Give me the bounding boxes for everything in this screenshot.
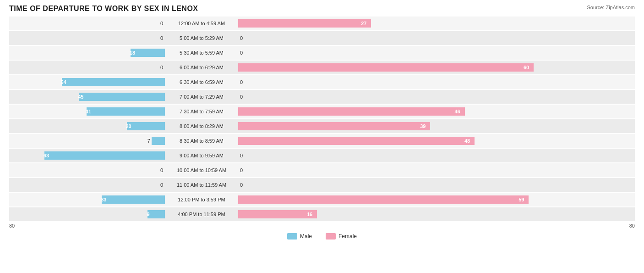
time-label: 8:30 AM to 8:59 AM — [165, 138, 238, 144]
female-bar-wrap: 46 — [238, 105, 635, 118]
female-bar-wrap: 60 — [238, 61, 635, 74]
female-value: 46 — [455, 109, 460, 114]
male-bar — [44, 151, 165, 160]
female-swatch — [326, 233, 336, 240]
female-bar — [238, 63, 534, 72]
axis-min-label: 80 — [9, 223, 15, 228]
male-value: 41 — [84, 109, 93, 114]
female-bar — [238, 137, 475, 145]
time-label: 5:30 AM to 5:59 AM — [165, 50, 238, 56]
male-value: 20 — [124, 123, 133, 129]
male-bar-wrap: 0 — [9, 31, 165, 45]
male-bar-wrap: 54 — [9, 75, 165, 89]
axis-labels: 80 80 — [9, 222, 635, 229]
legend-female: Female — [326, 233, 357, 240]
female-bar-wrap: 0 — [238, 31, 635, 45]
male-bar-wrap: 0 — [9, 178, 165, 192]
time-label: 10:00 AM to 10:59 AM — [165, 167, 238, 173]
female-bar — [238, 107, 465, 116]
male-value: 0 — [160, 167, 163, 173]
male-bar-wrap: 63 — [9, 149, 165, 162]
female-value: 16 — [307, 212, 312, 217]
chart-row: 639:00 AM to 9:59 AM0 — [9, 149, 635, 162]
chart-container: TIME OF DEPARTURE TO WORK BY SEX IN LENO… — [0, 0, 644, 273]
female-bar-wrap: 0 — [238, 163, 635, 177]
male-value: 7 — [147, 138, 152, 144]
male-bar — [79, 93, 165, 101]
male-value: 0 — [160, 21, 163, 26]
male-value: 33 — [99, 197, 108, 202]
chart-row: 06:00 AM to 6:29 AM60 — [9, 61, 635, 74]
male-bar-wrap: 20 — [9, 119, 165, 133]
male-value: 45 — [76, 94, 85, 100]
axis-max-label: 80 — [629, 223, 635, 228]
male-bar — [152, 137, 165, 145]
female-bar-wrap: 27 — [238, 17, 635, 30]
female-value: 60 — [524, 65, 529, 70]
chart-row: 010:00 AM to 10:59 AM0 — [9, 163, 635, 177]
male-bar-wrap: 0 — [9, 17, 165, 30]
chart-row: 012:00 AM to 4:59 AM27 — [9, 17, 635, 30]
female-value: 0 — [240, 79, 243, 85]
male-bar — [62, 78, 165, 86]
chart-row: 417:30 AM to 7:59 AM46 — [9, 105, 635, 118]
female-bar-wrap: 0 — [238, 46, 635, 60]
male-label: Male — [300, 233, 312, 240]
female-label: Female — [338, 233, 357, 240]
male-value: 0 — [160, 65, 163, 70]
legend: Male Female — [9, 233, 635, 240]
time-label: 7:30 AM to 7:59 AM — [165, 109, 238, 114]
male-value: 63 — [42, 153, 50, 158]
male-value: 9 — [145, 212, 151, 217]
female-bar-wrap: 16 — [238, 207, 635, 221]
female-bar-wrap: 0 — [238, 178, 635, 192]
male-bar — [87, 107, 165, 116]
female-value: 0 — [240, 50, 243, 56]
male-value: 0 — [160, 182, 163, 188]
male-bar-wrap: 0 — [9, 61, 165, 74]
time-label: 4:00 PM to 11:59 PM — [165, 212, 238, 217]
title-row: TIME OF DEPARTURE TO WORK BY SEX IN LENO… — [9, 5, 635, 13]
time-label: 12:00 PM to 3:59 PM — [165, 197, 238, 202]
chart-row: 185:30 AM to 5:59 AM0 — [9, 46, 635, 60]
source-text: Source: ZipAtlas.com — [587, 5, 635, 10]
female-value: 0 — [240, 182, 243, 188]
male-bar-wrap: 9 — [9, 207, 165, 221]
female-bar — [238, 19, 371, 28]
female-value: 0 — [240, 153, 243, 158]
female-bar-wrap: 0 — [238, 75, 635, 89]
male-swatch — [287, 233, 297, 240]
male-value: 54 — [59, 79, 68, 85]
chart-row: 78:30 AM to 8:59 AM48 — [9, 134, 635, 148]
female-value: 0 — [240, 167, 243, 173]
chart-row: 3312:00 PM to 3:59 PM59 — [9, 193, 635, 206]
female-bar — [238, 210, 317, 218]
female-value: 0 — [240, 35, 243, 41]
female-bar — [238, 195, 529, 204]
female-bar-wrap: 48 — [238, 134, 635, 148]
female-bar-wrap: 59 — [238, 193, 635, 206]
male-bar-wrap: 18 — [9, 46, 165, 60]
time-label: 11:00 AM to 11:59 AM — [165, 182, 238, 188]
female-value: 59 — [518, 197, 524, 202]
female-value: 48 — [464, 138, 470, 144]
chart-area: 012:00 AM to 4:59 AM2705:00 AM to 5:29 A… — [9, 17, 635, 221]
female-value: 39 — [420, 123, 426, 129]
female-bar-wrap: 39 — [238, 119, 635, 133]
time-label: 6:00 AM to 6:29 AM — [165, 65, 238, 70]
male-bar-wrap: 41 — [9, 105, 165, 118]
time-label: 7:00 AM to 7:29 AM — [165, 94, 238, 100]
male-bar — [102, 195, 165, 204]
female-bar-wrap: 0 — [238, 90, 635, 104]
chart-row: 457:00 AM to 7:29 AM0 — [9, 90, 635, 104]
chart-row: 546:30 AM to 6:59 AM0 — [9, 75, 635, 89]
chart-row: 05:00 AM to 5:29 AM0 — [9, 31, 635, 45]
female-value: 0 — [240, 94, 243, 100]
male-bar-wrap: 33 — [9, 193, 165, 206]
time-label: 12:00 AM to 4:59 AM — [165, 21, 238, 26]
female-value: 27 — [361, 21, 366, 26]
male-bar-wrap: 0 — [9, 163, 165, 177]
time-label: 9:00 AM to 9:59 AM — [165, 153, 238, 158]
chart-title: TIME OF DEPARTURE TO WORK BY SEX IN LENO… — [9, 5, 198, 13]
male-value: 18 — [128, 50, 136, 56]
